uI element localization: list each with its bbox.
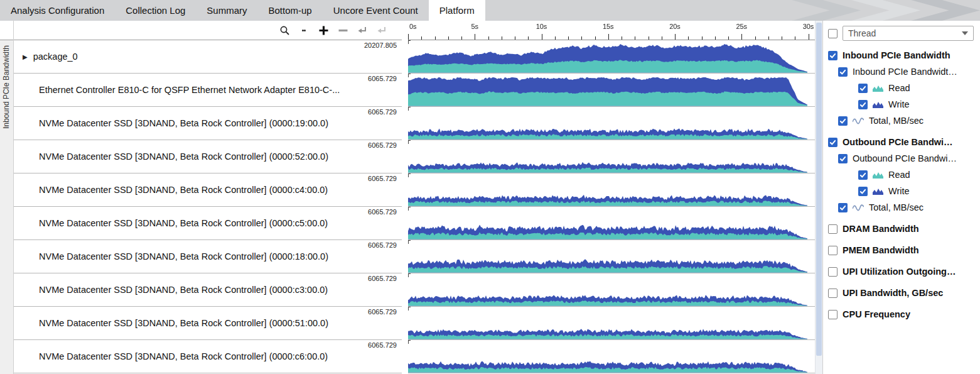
timeline-ruler[interactable]: [408, 21, 815, 40]
grid-row-nvme-datacenter-ssd-3dnand-beta-rock-controller-0000-52-00-0[interactable]: 6065.729NVMe Datacenter SSD [3DNAND, Bet…: [14, 140, 402, 173]
checkbox[interactable]: [828, 51, 837, 60]
row-max-value: 20207.805: [364, 41, 397, 49]
legend-item-label: Read: [888, 83, 910, 93]
checkbox[interactable]: [828, 246, 837, 255]
grid-label-pane: 20207.805▶package_06065.729Ethernet Cont…: [14, 21, 402, 374]
expand-arrow-icon[interactable]: ▶: [23, 53, 28, 60]
row-area-chart-nvme-datacenter-ssd-3dnand-beta-rock-controller-0000-c4-00-0[interactable]: [408, 173, 815, 207]
legend-item-label: DRAM Bandwidth: [843, 224, 919, 234]
search-options-icon[interactable]: [298, 24, 310, 36]
legend-item-outbound-pcie-bandwi[interactable]: Outbound PCIe Bandwi…: [823, 150, 980, 167]
thread-checkbox[interactable]: [828, 29, 837, 38]
chevron-decoration-icon: [792, 0, 861, 21]
chevron-decoration-icon: [911, 0, 980, 21]
legend-item-label: Read: [888, 170, 910, 180]
platform-view: Inbound PCIe Bandwidth: [0, 21, 980, 374]
area-write-icon: [873, 187, 883, 195]
row-area-chart-nvme-datacenter-ssd-3dnand-beta-rock-controller-0000-51-00-0[interactable]: [408, 307, 815, 340]
checkbox[interactable]: [858, 187, 868, 196]
row-area-chart-nvme-datacenter-ssd-3dnand-beta-rock-controller-0000-52-00-0[interactable]: [408, 140, 815, 173]
legend-item-inbound-pcie-bandwidt[interactable]: Inbound PCIe Bandwidt…: [823, 63, 980, 80]
legend-item-read[interactable]: Read: [823, 80, 980, 96]
chevron-down-icon: [962, 31, 968, 35]
checkbox[interactable]: [828, 138, 837, 147]
grid-row-nvme-datacenter-ssd-3dnand-beta-rock-controller-0000-c6-00-0[interactable]: 6065.729NVMe Datacenter SSD [3DNAND, Bet…: [14, 340, 402, 373]
tab-summary[interactable]: Summary: [196, 0, 257, 21]
legend-item-label: PMEM Bandwidth: [843, 245, 919, 255]
row-label-line: NVMe Datacenter SSD [3DNAND, Beta Rock C…: [14, 307, 402, 339]
legend-item-upi-bandwidth-gb-sec[interactable]: UPI Bandwidth, GB/sec: [823, 285, 980, 301]
tab-platform[interactable]: Platform: [429, 0, 485, 21]
row-max-value: 6065.729: [368, 341, 397, 349]
legend-item-label: Total, MB/sec: [869, 116, 923, 126]
legend-item-total-mb-sec[interactable]: Total, MB/sec: [823, 113, 980, 129]
legend-item-label: CPU Frequency: [843, 309, 910, 319]
legend-item-label: Inbound PCIe Bandwidt…: [853, 67, 957, 77]
legend-tree: Inbound PCIe BandwidthInbound PCIe Bandw…: [823, 47, 980, 322]
row-label-line: NVMe Datacenter SSD [3DNAND, Beta Rock C…: [14, 207, 402, 239]
grid-row-nvme-datacenter-ssd-3dnand-beta-rock-controller-0000-18-00-0[interactable]: 6065.729NVMe Datacenter SSD [3DNAND, Bet…: [14, 240, 402, 273]
area-read-icon: [873, 171, 883, 179]
checkbox[interactable]: [838, 154, 848, 163]
row-area-chart-ethernet-controller-e810-c-for-qsfp-ethernet-network-adapter-e810-c[interactable]: [408, 74, 815, 107]
tab-bottom-up[interactable]: Bottom-up: [258, 0, 323, 21]
row-area-chart-nvme-datacenter-ssd-3dnand-beta-rock-controller-0000-c6-00-0[interactable]: [408, 340, 815, 373]
pane-splitter[interactable]: [402, 21, 408, 374]
grid-row-nvme-datacenter-ssd-3dnand-beta-rock-controller-0000-c3-00-0[interactable]: 6065.729NVMe Datacenter SSD [3DNAND, Bet…: [14, 273, 402, 307]
legend-item-outbound-pcie-bandwi[interactable]: Outbound PCIe Bandwi…: [823, 134, 980, 150]
checkbox[interactable]: [828, 224, 837, 234]
legend-item-total-mb-sec[interactable]: Total, MB/sec: [823, 199, 980, 216]
grid-row-nvme-datacenter-ssd-3dnand-beta-rock-controller-0000-c4-00-0[interactable]: 6065.729NVMe Datacenter SSD [3DNAND, Bet…: [14, 173, 402, 207]
checkbox[interactable]: [838, 116, 848, 126]
legend-item-inbound-pcie-bandwidth[interactable]: Inbound PCIe Bandwidth: [823, 47, 980, 63]
legend-item-upi-utilization-outgoing[interactable]: UPI Utilization Outgoing…: [823, 263, 980, 280]
search-icon[interactable]: [278, 24, 291, 36]
row-area-chart-nvme-datacenter-ssd-3dnand-beta-rock-controller-0000-18-00-0[interactable]: [408, 240, 815, 273]
undo-zoom-icon[interactable]: [356, 24, 369, 36]
checkbox[interactable]: [858, 170, 868, 180]
chart-row-list: [408, 40, 815, 373]
row-group-strip[interactable]: Inbound PCIe Bandwidth: [0, 40, 13, 374]
scrollbar-thumb[interactable]: [816, 23, 822, 356]
row-label-text: Ethernet Controller E810-C for QSFP Ethe…: [39, 85, 340, 95]
row-area-chart-nvme-datacenter-ssd-3dnand-beta-rock-controller-0000-c3-00-0[interactable]: [408, 273, 815, 307]
checkbox[interactable]: [828, 267, 837, 277]
vertical-scrollbar[interactable]: [815, 21, 822, 374]
tab-collection-log[interactable]: Collection Log: [115, 0, 196, 21]
legend-item-pmem-bandwidth[interactable]: PMEM Bandwidth: [823, 242, 980, 258]
legend-item-read[interactable]: Read: [823, 167, 980, 183]
row-group-column: Inbound PCIe Bandwidth: [0, 21, 14, 374]
checkbox[interactable]: [858, 84, 868, 93]
grid-row-nvme-datacenter-ssd-3dnand-beta-rock-controller-0000-19-00-0[interactable]: 6065.729NVMe Datacenter SSD [3DNAND, Bet…: [14, 107, 402, 140]
legend-item-label: Total, MB/sec: [869, 202, 923, 212]
row-area-chart-package-0[interactable]: [408, 40, 815, 74]
zoom-in-icon[interactable]: [317, 24, 330, 36]
grid-row-ethernet-controller-e810-c-for-qsfp-ethernet-network-adapter-e810-c[interactable]: 6065.729Ethernet Controller E810-C for Q…: [14, 74, 402, 107]
row-label-line: NVMe Datacenter SSD [3DNAND, Beta Rock C…: [14, 140, 402, 173]
grid-row-nvme-datacenter-ssd-3dnand-beta-rock-controller-0000-51-00-0[interactable]: 6065.729NVMe Datacenter SSD [3DNAND, Bet…: [14, 307, 402, 340]
checkbox[interactable]: [858, 100, 868, 109]
tab-analysis-configuration[interactable]: Analysis Configuration: [0, 0, 115, 21]
timeline-chart-pane: [408, 21, 815, 374]
redo-zoom-icon[interactable]: [375, 24, 388, 36]
legend-item-cpu-frequency[interactable]: CPU Frequency: [823, 306, 980, 322]
legend-item-write[interactable]: Write: [823, 183, 980, 199]
checkbox[interactable]: [838, 67, 848, 77]
row-area-chart-nvme-datacenter-ssd-3dnand-beta-rock-controller-0000-c5-00-0[interactable]: [408, 207, 815, 240]
row-area-chart-nvme-datacenter-ssd-3dnand-beta-rock-controller-0000-19-00-0[interactable]: [408, 107, 815, 140]
legend-item-label: Inbound PCIe Bandwidth: [843, 50, 950, 60]
checkbox[interactable]: [828, 289, 837, 298]
line-total-icon: [853, 204, 864, 211]
row-label-text: NVMe Datacenter SSD [3DNAND, Beta Rock C…: [39, 118, 328, 128]
legend-item-write[interactable]: Write: [823, 96, 980, 113]
tab-uncore-event-count[interactable]: Uncore Event Count: [323, 0, 429, 21]
legend-item-dram-bandwidth[interactable]: DRAM Bandwidth: [823, 221, 980, 237]
checkbox[interactable]: [828, 310, 837, 319]
row-label-line: ▶package_0: [14, 40, 402, 73]
area-read-icon: [873, 84, 883, 92]
thread-dropdown[interactable]: Thread: [843, 26, 974, 41]
zoom-out-icon[interactable]: [337, 24, 349, 36]
grid-row-nvme-datacenter-ssd-3dnand-beta-rock-controller-0000-c5-00-0[interactable]: 6065.729NVMe Datacenter SSD [3DNAND, Bet…: [14, 207, 402, 240]
grid-row-package-0[interactable]: 20207.805▶package_0: [14, 40, 402, 74]
checkbox[interactable]: [838, 203, 848, 212]
